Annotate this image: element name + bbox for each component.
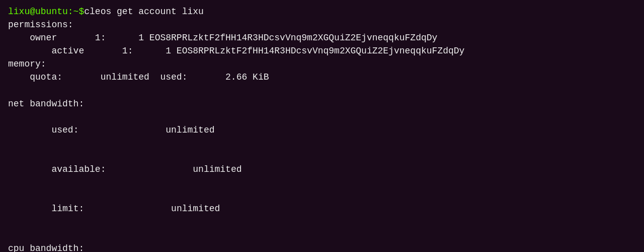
net-limit-row: limit: unlimited	[8, 189, 636, 228]
net-used-row: used: unlimited	[8, 110, 636, 150]
command-prompt-line: lixu@ubuntu:~$ cleos get account lixu	[8, 5, 636, 18]
net-limit-value: unlimited	[84, 204, 220, 214]
active-line: active 1: 1 EOS8RPRLzktF2fHH14R3HDcsvVnq…	[8, 44, 636, 57]
prompt-command: cleos get account lixu	[84, 5, 204, 18]
terminal-window: lixu@ubuntu:~$ cleos get account lixu pe…	[8, 5, 636, 247]
permissions-label: permissions:	[8, 18, 636, 31]
blank-line-2	[8, 229, 636, 242]
net-available-label: available:	[30, 164, 106, 174]
cpu-bandwidth-label: cpu bandwidth:	[8, 242, 636, 252]
net-bandwidth-label: net bandwidth:	[8, 97, 636, 110]
net-used-value: unlimited	[78, 125, 214, 135]
net-limit-label: limit:	[30, 204, 84, 214]
prompt-user: lixu@ubuntu:~$	[8, 5, 84, 18]
owner-line: owner 1: 1 EOS8RPRLzktF2fHH14R3HDcsvVnq9…	[8, 31, 636, 44]
net-available-row: available: unlimited	[8, 150, 636, 189]
blank-line-1	[8, 84, 636, 97]
net-available-value: unlimited	[106, 164, 242, 174]
quota-line: quota: unlimited used: 2.66 KiB	[8, 71, 636, 84]
memory-label: memory:	[8, 57, 636, 71]
net-used-label: used:	[30, 125, 78, 135]
